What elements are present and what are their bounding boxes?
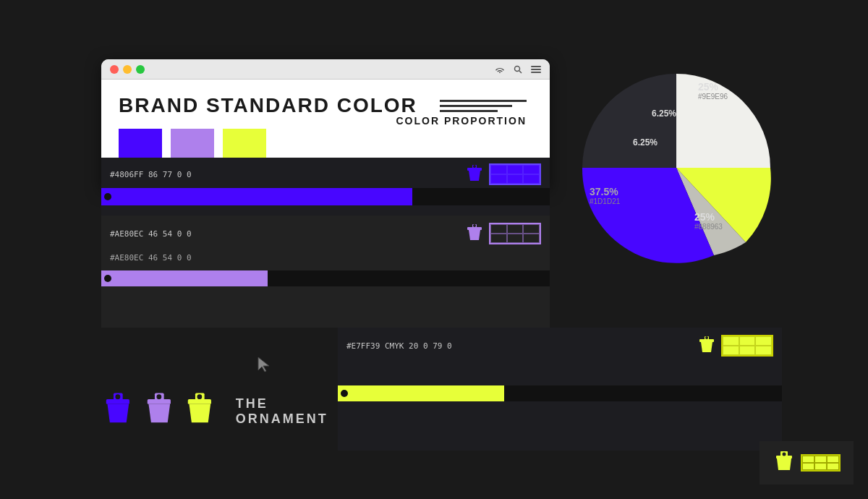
lavender-hex-row: #AE80EC 46 54 0 0 [101, 247, 550, 266]
yellow-icons [698, 335, 773, 357]
blue-bar-row [101, 188, 550, 205]
stat-white: 25% #9E9E96 [698, 81, 728, 101]
stat-gray-pct: 6.25% [633, 137, 658, 148]
stat-dark-pct: 37.5% [590, 186, 620, 197]
deco-grid [801, 454, 841, 472]
lavender-hex-label: #AE80EC 46 54 0 0 [110, 229, 192, 239]
svg-rect-2 [531, 66, 541, 67]
lavender-bar [101, 270, 268, 286]
svg-point-7 [473, 165, 476, 168]
proportion-bars [440, 100, 527, 112]
lavender-bar-dot [104, 275, 111, 282]
ornament-cup-blue [101, 387, 135, 436]
drink-cup-lavender [466, 223, 483, 244]
svg-rect-4 [531, 72, 541, 73]
blue-bar-dot [104, 193, 111, 200]
proportion-section: COLOR PROPORTION [396, 100, 532, 127]
pie-chart [568, 59, 785, 276]
lavender-row: #AE80EC 46 54 0 0 #AE80EC 46 54 0 0 [101, 216, 550, 328]
stat-dark-hex: #1D1D21 [590, 197, 620, 205]
stat-yellow-pct: 6.25% [652, 108, 676, 119]
lavender-icons [466, 223, 541, 244]
prop-bar-2 [440, 105, 512, 107]
svg-point-22 [197, 394, 203, 399]
blue-hex-label: #4806FF 86 77 0 0 [110, 170, 192, 179]
titlebar [101, 59, 550, 80]
yellow-grid [721, 335, 773, 357]
stat-white-pct: 25% [698, 81, 728, 93]
search-icon[interactable] [514, 65, 522, 74]
minimize-dot[interactable] [123, 65, 132, 74]
close-dot[interactable] [110, 65, 119, 74]
svg-point-19 [156, 394, 161, 399]
svg-point-16 [115, 394, 120, 399]
stat-purple-hex: #888963 [694, 223, 723, 231]
deco-cup-icon [773, 450, 795, 476]
yellow-bar [338, 385, 504, 401]
blue-icons [466, 163, 541, 185]
menu-icon[interactable] [531, 66, 541, 73]
yellow-bar-row [338, 385, 782, 401]
ornament-label: THE ORNAMENT [236, 396, 346, 427]
lavender-grid [489, 223, 541, 244]
stat-yellow: 6.25% [652, 108, 676, 119]
svg-point-0 [515, 66, 520, 71]
blue-row: #4806FF 86 77 0 0 [101, 158, 550, 216]
svg-point-10 [473, 224, 476, 227]
stat-gray: 6.25% [633, 137, 658, 148]
svg-point-13 [705, 336, 708, 339]
blue-grid [489, 163, 541, 185]
stat-purple-pct: 25% [694, 211, 723, 223]
ornament-content: THE ORNAMENT [101, 387, 346, 436]
blue-bar [101, 188, 412, 205]
yellow-header: #E7FF39 CMYK 20 0 79 0 [338, 328, 782, 364]
wifi-icon [495, 66, 505, 73]
yellow-hex-label: #E7FF39 CMYK 20 0 79 0 [346, 341, 452, 351]
stat-white-hex: #9E9E96 [698, 93, 728, 101]
titlebar-controls [495, 65, 541, 74]
svg-line-1 [519, 71, 522, 73]
yellow-section: #E7FF39 CMYK 20 0 79 0 [338, 328, 782, 451]
pie-section: 25% #9E9E96 6.25% 6.25% 25% #888963 37.5… [568, 59, 785, 320]
proportion-label: COLOR PROPORTION [396, 115, 527, 127]
lavender-cmyk-label: #AE80EC 46 54 0 0 [110, 253, 192, 263]
svg-point-25 [782, 453, 786, 456]
ornament-cup-lavender [142, 387, 176, 436]
stat-dark: 37.5% #1D1D21 [590, 186, 620, 205]
prop-bar-3 [440, 110, 498, 112]
ornament-cup-yellow [183, 387, 217, 436]
maximize-dot[interactable] [136, 65, 145, 74]
ornament-section: THE ORNAMENT [94, 328, 338, 451]
cursor-icon [257, 356, 271, 373]
drink-cup-blue [466, 163, 483, 185]
svg-rect-3 [531, 69, 541, 70]
stat-purple: 25% #888963 [694, 211, 723, 231]
drink-cup-yellow-small [698, 335, 715, 357]
bottom-right-deco [760, 441, 854, 485]
lavender-bar-row [101, 270, 550, 286]
prop-bar-1 [440, 100, 527, 102]
